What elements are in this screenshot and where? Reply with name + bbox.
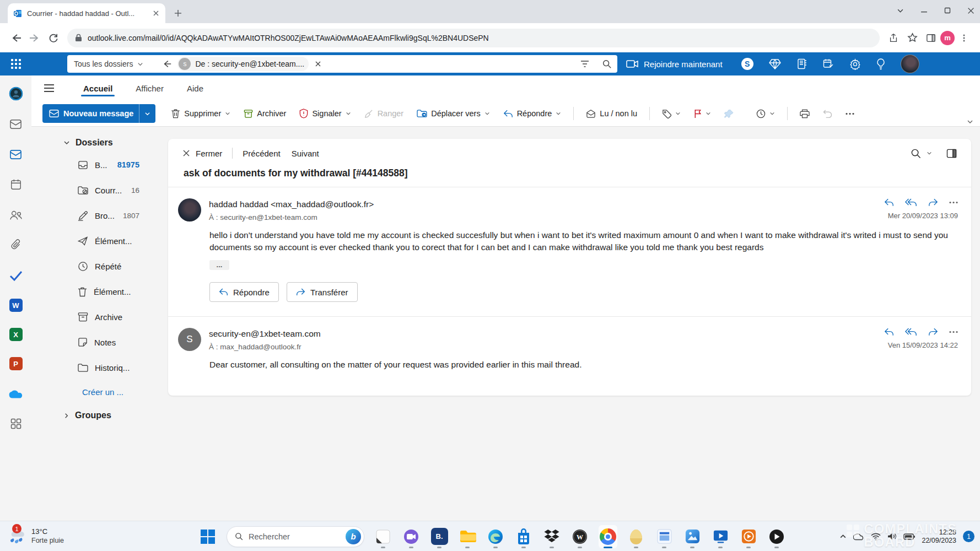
join-now-button[interactable]: Rejoindre maintenant	[622, 60, 727, 69]
todo-check-icon[interactable]	[9, 268, 23, 283]
archive-button[interactable]: Archiver	[238, 104, 292, 123]
app-launcher-button[interactable]	[0, 59, 31, 69]
notepad-icon[interactable]	[374, 525, 392, 548]
new-tab-button[interactable]	[170, 5, 186, 21]
chip-remove-icon[interactable]	[314, 60, 322, 68]
create-folder-link[interactable]: Créer un ...	[31, 380, 168, 403]
powerpoint-icon[interactable]: P	[9, 357, 23, 370]
tips-lightbulb-icon[interactable]	[876, 58, 885, 70]
sweep-button[interactable]: Ranger	[359, 104, 410, 123]
premium-gem-icon[interactable]	[769, 59, 781, 69]
taskbar-search[interactable]: Rechercher b	[227, 526, 364, 547]
command-bar-collapse-chevron[interactable]	[967, 118, 973, 125]
reply-icon[interactable]	[884, 198, 894, 207]
mail-active-icon[interactable]	[9, 147, 23, 161]
folders-header[interactable]: Dossiers	[31, 133, 168, 152]
forward-icon[interactable]	[928, 198, 938, 207]
side-panel-icon[interactable]	[922, 29, 940, 47]
skype-icon[interactable]: S	[741, 58, 753, 70]
search-filter-chip[interactable]: s De : security-en@1xbet-team....	[177, 57, 309, 71]
folder-history[interactable]: Historiq...	[31, 355, 168, 380]
delete-button[interactable]: Supprimer	[165, 104, 236, 123]
search-icon[interactable]	[602, 59, 612, 69]
folder-junk[interactable]: Courr... 16	[31, 177, 168, 203]
tab-accueil[interactable]: Accueil	[81, 78, 115, 99]
apps-grid-icon[interactable]	[9, 417, 23, 431]
dropbox-icon[interactable]	[542, 525, 561, 548]
notification-count-badge[interactable]: 1	[963, 531, 974, 542]
groups-section[interactable]: Groupes	[31, 403, 168, 428]
booking-icon[interactable]: B.	[430, 525, 449, 548]
clock[interactable]: 12:28 22/09/2023	[922, 528, 956, 545]
reply-all-icon[interactable]	[905, 328, 917, 336]
refresh-button[interactable]	[44, 29, 63, 47]
folder-drafts[interactable]: Bro... 1807	[31, 203, 168, 228]
filter-icon[interactable]	[580, 60, 590, 68]
folder-archive[interactable]: Archive	[31, 304, 168, 329]
people-icon[interactable]	[9, 208, 23, 222]
browser-menu-icon[interactable]	[955, 29, 973, 47]
browser-tab[interactable]: Courrier - haddad haddad - Outl...	[8, 3, 165, 23]
tab-search-chevron-icon[interactable]	[897, 7, 904, 14]
more-commands-button[interactable]	[840, 104, 860, 123]
excel-icon[interactable]: X	[9, 328, 23, 341]
movies-tv-icon[interactable]	[711, 525, 730, 548]
folder-inbox[interactable]: B... 81975	[31, 152, 168, 177]
move-to-button[interactable]: Déplacer vers	[411, 104, 495, 123]
window-minimize-button[interactable]	[920, 7, 928, 14]
attachment-icon[interactable]	[9, 238, 23, 252]
window-maximize-button[interactable]	[944, 7, 951, 14]
file-explorer-icon[interactable]	[458, 525, 477, 548]
onedrive-icon[interactable]	[9, 386, 23, 401]
categorize-button[interactable]	[656, 104, 686, 123]
my-day-calendar-icon[interactable]	[823, 58, 834, 69]
sender-name[interactable]: haddad haddad <max_haddad@outlook.fr>	[209, 198, 374, 209]
photos-icon[interactable]	[683, 525, 702, 548]
document-app-icon[interactable]	[655, 525, 674, 548]
search-back-icon[interactable]	[162, 59, 172, 69]
egg-app-icon[interactable]	[627, 525, 645, 548]
edge-icon[interactable]	[486, 525, 505, 548]
reply-all-icon[interactable]	[905, 198, 917, 207]
battery-icon[interactable]	[903, 533, 915, 540]
word-icon[interactable]: W	[9, 299, 23, 312]
forward-button[interactable]	[25, 29, 44, 47]
tab-aide[interactable]: Aide	[185, 78, 206, 99]
new-message-button[interactable]: Nouveau message	[42, 104, 155, 123]
new-message-dropdown[interactable]	[139, 104, 155, 123]
outlook-search-box[interactable]: Tous les dossiers s De : security-en@1xb…	[67, 55, 617, 73]
recipient-line[interactable]: À : max_haddad@outlook.fr	[209, 343, 321, 351]
media-player-icon[interactable]	[767, 525, 786, 548]
recipient-line[interactable]: À : security-en@1xbet-team.com	[209, 213, 374, 222]
share-icon[interactable]	[884, 29, 903, 47]
flag-button[interactable]	[688, 104, 717, 123]
onedrive-tray-icon[interactable]	[853, 533, 864, 541]
read-unread-button[interactable]: Lu / non lu	[580, 104, 643, 123]
undo-button[interactable]	[817, 104, 838, 123]
close-message-button[interactable]: Fermer	[182, 149, 222, 158]
reading-pane-layout-button[interactable]	[946, 149, 957, 158]
print-button[interactable]	[794, 104, 815, 123]
tab-close-icon[interactable]	[152, 9, 160, 17]
start-button[interactable]	[198, 525, 217, 548]
weather-widget[interactable]: 1 13°C Forte pluie	[8, 525, 64, 546]
forward-message-button[interactable]: Transférer	[287, 282, 358, 302]
browser-profile-avatar[interactable]: m	[940, 31, 955, 45]
address-bar[interactable]: outlook.live.com/mail/0/id/AQQkADAwATYwM…	[67, 29, 880, 47]
folder-notes[interactable]: Notes	[31, 329, 168, 355]
show-trimmed-content-button[interactable]: ...	[209, 260, 229, 270]
more-options-icon[interactable]	[949, 201, 958, 204]
sender-avatar[interactable]: S	[178, 328, 201, 351]
orange-player-icon[interactable]	[739, 525, 758, 548]
pin-button[interactable]	[719, 104, 749, 123]
reply-button[interactable]: Répondre	[498, 104, 567, 123]
tab-afficher[interactable]: Afficher	[133, 78, 166, 99]
previous-button[interactable]: Précédent	[243, 149, 280, 158]
account-avatar[interactable]	[901, 55, 919, 73]
ms-store-icon[interactable]	[514, 525, 533, 548]
wikipedia-icon[interactable]: W	[570, 525, 589, 548]
chrome-icon[interactable]	[599, 525, 617, 548]
back-button[interactable]	[7, 29, 25, 47]
onenote-feed-icon[interactable]	[796, 58, 807, 69]
wifi-icon[interactable]	[871, 533, 881, 541]
